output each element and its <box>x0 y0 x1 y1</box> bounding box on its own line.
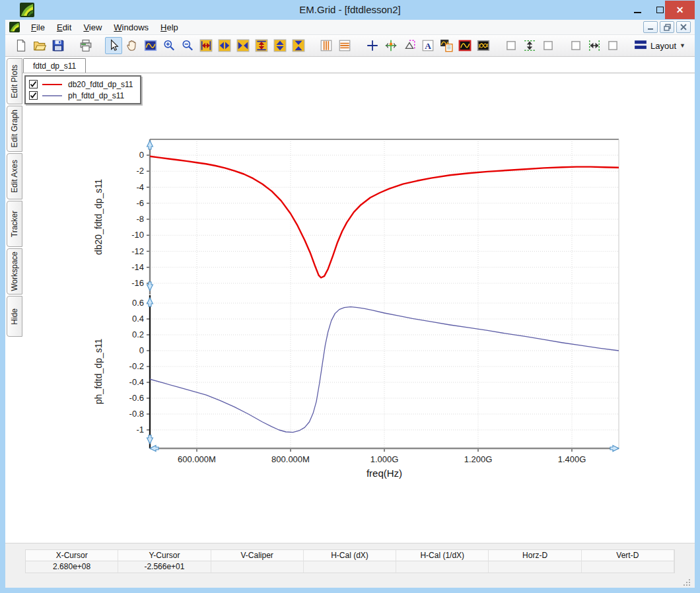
crosshair-icon <box>366 39 379 52</box>
close-button[interactable]: ✕ <box>665 1 695 19</box>
checkbox-icon <box>606 39 619 52</box>
chart-canvas[interactable]: 600.000M800.000M1.000G1.200G1.400G0-2-4-… <box>5 57 695 543</box>
checkbox-icon <box>505 39 518 52</box>
menu-items: FileEditViewWindowsHelp <box>25 21 184 33</box>
readout-value-1: -2.566e+01 <box>118 561 211 573</box>
caliper-button[interactable] <box>401 37 418 54</box>
text-label-button[interactable]: A <box>419 37 437 54</box>
y-tick-label: -10 <box>131 230 144 240</box>
window-title: EM.Grid - [fdtdlesson2] <box>0 4 700 15</box>
zoom-out-button[interactable] <box>179 37 196 54</box>
expand-vertical-button[interactable] <box>253 37 270 54</box>
tracker-button[interactable] <box>382 37 400 54</box>
single-plot-button[interactable] <box>456 37 473 54</box>
pan-hand-icon <box>125 39 139 52</box>
print-button[interactable] <box>77 37 94 54</box>
y-tick-label: 0.6 <box>132 298 144 308</box>
pan-hand-button[interactable] <box>123 37 141 54</box>
crosshair-button[interactable] <box>364 37 381 54</box>
y-tick-label: 0.4 <box>132 314 144 324</box>
zoom-window-button[interactable] <box>142 37 159 54</box>
overlay-plots-button[interactable] <box>475 37 492 54</box>
vertical-grid-button[interactable] <box>318 37 335 54</box>
readout-value-row: 2.680e+08-2.566e+01 <box>26 561 674 573</box>
x-tick-label: 1.400G <box>558 454 586 464</box>
readout-header-row: X-CursorY-CursorV-CaliperH-Cal (dX)H-Cal… <box>26 550 674 561</box>
bottom-axis-down-arrow[interactable] <box>147 435 153 444</box>
y-tick-label: 0.2 <box>132 330 144 339</box>
svg-text:A: A <box>425 41 431 51</box>
v-fit-button[interactable] <box>521 37 538 54</box>
menu-windows[interactable]: Windows <box>108 20 155 34</box>
zoom-in-button[interactable] <box>160 37 178 54</box>
readout-header-3: H-Cal (dX) <box>304 550 396 561</box>
y-tick-label: -8 <box>136 214 144 224</box>
readout-header-6: Vert-D <box>582 550 674 561</box>
mdi-window-controls <box>643 21 691 33</box>
compress-vertical-button[interactable] <box>290 37 307 54</box>
x-axis-left-arrow[interactable] <box>150 446 158 452</box>
v-fit-left-checkbox[interactable] <box>503 37 520 54</box>
h-fit-button[interactable] <box>586 37 603 54</box>
y-tick-label: -0.8 <box>129 409 144 419</box>
legend-toggle-button[interactable] <box>438 37 455 54</box>
y-tick-label: 0 <box>139 345 144 355</box>
mdi-close-button[interactable] <box>676 21 691 33</box>
x-tick-label: 1.000G <box>370 454 399 464</box>
expand-horizontal-button[interactable] <box>197 37 215 54</box>
menu-help[interactable]: Help <box>155 20 184 34</box>
top-axis-up-arrow[interactable] <box>147 141 153 149</box>
legend-checkbox-0[interactable] <box>29 80 38 88</box>
minimize-button[interactable] <box>626 0 648 20</box>
resize-grip[interactable] <box>683 577 691 585</box>
graph-client-area: Edit PlotsEdit GraphEdit AxesTrackerWork… <box>5 57 695 543</box>
mdi-restore-button[interactable] <box>660 21 674 33</box>
layout-dropdown[interactable]: Layout▼ <box>630 36 689 55</box>
v-fit-right-checkbox[interactable] <box>540 37 557 54</box>
menu-file[interactable]: File <box>25 20 51 34</box>
mdi-minimize-button[interactable] <box>643 21 658 33</box>
tab-label: fdtd_dp_s11 <box>33 61 76 71</box>
save-file-button[interactable] <box>50 37 67 54</box>
h-fit-left-checkbox[interactable] <box>567 37 584 54</box>
top-plot-y-label: db20_fdtd_dp_s11 <box>93 179 104 255</box>
h-arrows-out-icon <box>218 39 231 52</box>
zoom-out-icon <box>181 39 194 52</box>
new-file-button[interactable] <box>13 37 30 54</box>
h-fit-icon <box>588 39 601 52</box>
x-axis-right-arrow[interactable] <box>610 446 619 452</box>
y-tick-label: -6 <box>136 198 144 208</box>
readout-header-0: X-Cursor <box>26 550 118 561</box>
y-tick-label: 0 <box>139 150 144 160</box>
horizontal-grid-button[interactable] <box>336 37 353 54</box>
bottom-axis-up-arrow[interactable] <box>147 298 153 306</box>
plot-overlay-icon <box>477 39 490 52</box>
stretch-horizontal-button[interactable] <box>216 37 233 54</box>
cursor-readout-table: X-CursorY-CursorV-CaliperH-Cal (dX)H-Cal… <box>25 549 675 573</box>
readout-value-3 <box>304 561 396 573</box>
stretch-vertical-button[interactable] <box>271 37 289 54</box>
maximize-icon <box>656 7 664 13</box>
y-tick-label: -2 <box>136 166 144 176</box>
zoom-in-icon <box>162 39 176 52</box>
select-cursor-button[interactable] <box>105 37 122 54</box>
y-tick-label: -16 <box>131 278 144 288</box>
open-file-button[interactable] <box>31 37 48 54</box>
toolbar: ALayout▼ <box>5 35 695 57</box>
menu-view[interactable]: View <box>77 20 108 34</box>
tab-fdtd-dp-s11[interactable]: fdtd_dp_s11 <box>23 58 86 73</box>
tabstrip-divider <box>22 73 695 73</box>
menu-edit[interactable]: Edit <box>51 20 77 34</box>
legend-icon <box>440 39 453 52</box>
tracker-icon <box>384 39 398 52</box>
v-fit-icon <box>523 39 536 52</box>
h-fit-right-checkbox[interactable] <box>604 37 621 54</box>
legend-label: ph_fdtd_dp_s11 <box>68 91 124 100</box>
legend-checkbox-1[interactable] <box>29 91 38 100</box>
app-window: EM.Grid - [fdtdlesson2] ✕ FileEditViewWi… <box>0 0 700 593</box>
print-icon <box>79 39 92 52</box>
compress-horizontal-button[interactable] <box>234 37 252 54</box>
x-tick-label: 1.200G <box>464 454 493 464</box>
title-bar: EM.Grid - [fdtdlesson2] ✕ <box>0 0 700 20</box>
select-cursor-icon <box>107 39 120 52</box>
